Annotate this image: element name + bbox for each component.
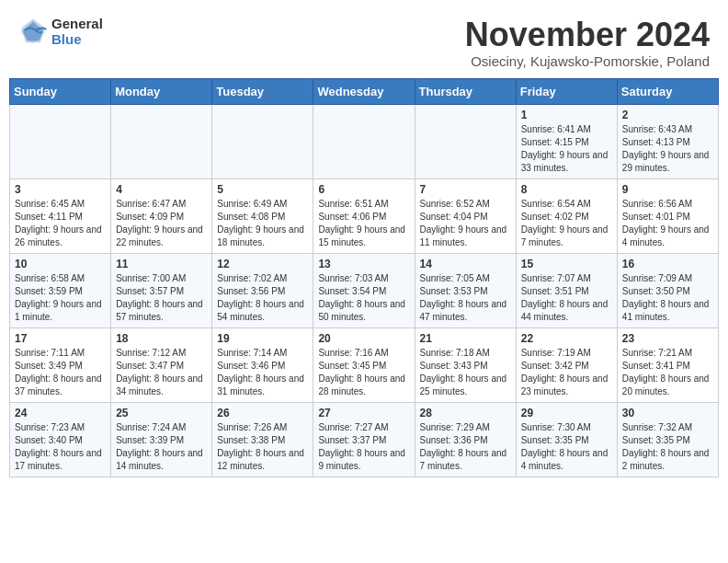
day-cell: 14Sunrise: 7:05 AMSunset: 3:53 PMDayligh…: [415, 253, 516, 327]
weekday-header-row: SundayMondayTuesdayWednesdayThursdayFrid…: [10, 78, 719, 104]
day-cell: [212, 104, 313, 178]
weekday-header-wednesday: Wednesday: [313, 78, 415, 104]
day-number: 14: [420, 258, 511, 270]
logo-text: General Blue: [51, 17, 103, 47]
logo: General Blue: [18, 17, 103, 47]
day-info: Sunrise: 6:49 AMSunset: 4:08 PMDaylight:…: [217, 198, 308, 249]
day-cell: [313, 104, 415, 178]
day-number: 10: [15, 258, 106, 270]
day-number: 8: [521, 183, 612, 196]
day-info: Sunrise: 7:23 AMSunset: 3:40 PMDaylight:…: [15, 421, 106, 473]
day-info: Sunrise: 6:47 AMSunset: 4:09 PMDaylight:…: [116, 198, 207, 249]
day-info: Sunrise: 6:52 AMSunset: 4:04 PMDaylight:…: [420, 198, 511, 249]
day-info: Sunrise: 7:24 AMSunset: 3:39 PMDaylight:…: [116, 421, 207, 473]
day-cell: 18Sunrise: 7:12 AMSunset: 3:47 PMDayligh…: [111, 327, 212, 402]
day-cell: 20Sunrise: 7:16 AMSunset: 3:45 PMDayligh…: [313, 327, 415, 402]
logo-icon: [18, 17, 48, 47]
day-number: 28: [420, 407, 511, 419]
day-info: Sunrise: 7:00 AMSunset: 3:57 PMDaylight:…: [116, 272, 207, 324]
day-cell: 11Sunrise: 7:00 AMSunset: 3:57 PMDayligh…: [111, 253, 212, 327]
day-cell: 4Sunrise: 6:47 AMSunset: 4:09 PMDaylight…: [111, 178, 212, 253]
day-info: Sunrise: 6:45 AMSunset: 4:11 PMDaylight:…: [15, 198, 106, 249]
logo-general: General: [51, 17, 103, 32]
day-info: Sunrise: 7:18 AMSunset: 3:43 PMDaylight:…: [420, 347, 511, 398]
day-cell: 27Sunrise: 7:27 AMSunset: 3:37 PMDayligh…: [313, 402, 415, 477]
day-number: 23: [622, 332, 713, 345]
day-cell: [111, 104, 212, 178]
day-cell: 2Sunrise: 6:43 AMSunset: 4:13 PMDaylight…: [617, 104, 718, 178]
day-number: 9: [622, 183, 713, 196]
header: General Blue November 2024 Osieciny, Kuj…: [9, 9, 719, 73]
day-number: 17: [15, 332, 106, 345]
day-cell: 29Sunrise: 7:30 AMSunset: 3:35 PMDayligh…: [516, 402, 617, 477]
day-number: 25: [116, 407, 207, 419]
day-cell: 30Sunrise: 7:32 AMSunset: 3:35 PMDayligh…: [617, 402, 718, 477]
weekday-header-friday: Friday: [516, 78, 617, 104]
day-cell: 24Sunrise: 7:23 AMSunset: 3:40 PMDayligh…: [10, 402, 111, 477]
weekday-header-saturday: Saturday: [617, 78, 718, 104]
day-info: Sunrise: 6:58 AMSunset: 3:59 PMDaylight:…: [15, 272, 106, 324]
weekday-header-sunday: Sunday: [10, 78, 111, 104]
day-info: Sunrise: 7:27 AMSunset: 3:37 PMDaylight:…: [318, 421, 409, 473]
day-cell: 25Sunrise: 7:24 AMSunset: 3:39 PMDayligh…: [111, 402, 212, 477]
day-cell: 8Sunrise: 6:54 AMSunset: 4:02 PMDaylight…: [516, 178, 617, 253]
day-info: Sunrise: 7:03 AMSunset: 3:54 PMDaylight:…: [318, 272, 409, 324]
day-cell: 17Sunrise: 7:11 AMSunset: 3:49 PMDayligh…: [10, 327, 111, 402]
day-number: 7: [420, 183, 511, 196]
day-cell: 13Sunrise: 7:03 AMSunset: 3:54 PMDayligh…: [313, 253, 415, 327]
day-info: Sunrise: 6:54 AMSunset: 4:02 PMDaylight:…: [521, 198, 612, 249]
day-number: 2: [622, 109, 713, 121]
day-number: 21: [420, 332, 511, 345]
day-info: Sunrise: 7:02 AMSunset: 3:56 PMDaylight:…: [217, 272, 308, 324]
day-cell: 9Sunrise: 6:56 AMSunset: 4:01 PMDaylight…: [617, 178, 718, 253]
week-row-1: 1Sunrise: 6:41 AMSunset: 4:15 PMDaylight…: [10, 104, 719, 178]
day-cell: 21Sunrise: 7:18 AMSunset: 3:43 PMDayligh…: [415, 327, 516, 402]
day-info: Sunrise: 6:41 AMSunset: 4:15 PMDaylight:…: [521, 123, 612, 175]
day-cell: 7Sunrise: 6:52 AMSunset: 4:04 PMDaylight…: [415, 178, 516, 253]
day-number: 12: [217, 258, 308, 270]
day-number: 11: [116, 258, 207, 270]
day-info: Sunrise: 6:51 AMSunset: 4:06 PMDaylight:…: [318, 198, 409, 249]
day-info: Sunrise: 7:32 AMSunset: 3:35 PMDaylight:…: [622, 421, 713, 473]
day-info: Sunrise: 7:19 AMSunset: 3:42 PMDaylight:…: [521, 347, 612, 398]
calendar: SundayMondayTuesdayWednesdayThursdayFrid…: [9, 78, 719, 477]
weekday-header-thursday: Thursday: [415, 78, 516, 104]
day-info: Sunrise: 7:16 AMSunset: 3:45 PMDaylight:…: [318, 347, 409, 398]
day-info: Sunrise: 7:30 AMSunset: 3:35 PMDaylight:…: [521, 421, 612, 473]
day-cell: 28Sunrise: 7:29 AMSunset: 3:36 PMDayligh…: [415, 402, 516, 477]
subtitle: Osieciny, Kujawsko-Pomorskie, Poland: [465, 53, 710, 69]
day-info: Sunrise: 7:12 AMSunset: 3:47 PMDaylight:…: [116, 347, 207, 398]
day-cell: 16Sunrise: 7:09 AMSunset: 3:50 PMDayligh…: [617, 253, 718, 327]
day-cell: 6Sunrise: 6:51 AMSunset: 4:06 PMDaylight…: [313, 178, 415, 253]
day-number: 4: [116, 183, 207, 196]
weekday-header-monday: Monday: [111, 78, 212, 104]
day-cell: 23Sunrise: 7:21 AMSunset: 3:41 PMDayligh…: [617, 327, 718, 402]
day-cell: 12Sunrise: 7:02 AMSunset: 3:56 PMDayligh…: [212, 253, 313, 327]
day-info: Sunrise: 7:09 AMSunset: 3:50 PMDaylight:…: [622, 272, 713, 324]
day-cell: 22Sunrise: 7:19 AMSunset: 3:42 PMDayligh…: [516, 327, 617, 402]
title-block: November 2024 Osieciny, Kujawsko-Pomorsk…: [465, 17, 710, 69]
day-number: 18: [116, 332, 207, 345]
day-info: Sunrise: 7:14 AMSunset: 3:46 PMDaylight:…: [217, 347, 308, 398]
day-number: 5: [217, 183, 308, 196]
day-number: 26: [217, 407, 308, 419]
day-number: 3: [15, 183, 106, 196]
day-cell: 26Sunrise: 7:26 AMSunset: 3:38 PMDayligh…: [212, 402, 313, 477]
weekday-header-tuesday: Tuesday: [212, 78, 313, 104]
day-number: 19: [217, 332, 308, 345]
day-number: 1: [521, 109, 612, 121]
week-row-4: 17Sunrise: 7:11 AMSunset: 3:49 PMDayligh…: [10, 327, 719, 402]
logo-blue: Blue: [51, 32, 103, 48]
day-number: 20: [318, 332, 409, 345]
day-info: Sunrise: 6:56 AMSunset: 4:01 PMDaylight:…: [622, 198, 713, 249]
day-info: Sunrise: 7:07 AMSunset: 3:51 PMDaylight:…: [521, 272, 612, 324]
day-number: 22: [521, 332, 612, 345]
day-number: 6: [318, 183, 409, 196]
week-row-2: 3Sunrise: 6:45 AMSunset: 4:11 PMDaylight…: [10, 178, 719, 253]
day-number: 27: [318, 407, 409, 419]
day-info: Sunrise: 7:21 AMSunset: 3:41 PMDaylight:…: [622, 347, 713, 398]
day-cell: [415, 104, 516, 178]
day-number: 24: [15, 407, 106, 419]
day-cell: 5Sunrise: 6:49 AMSunset: 4:08 PMDaylight…: [212, 178, 313, 253]
day-info: Sunrise: 7:26 AMSunset: 3:38 PMDaylight:…: [217, 421, 308, 473]
